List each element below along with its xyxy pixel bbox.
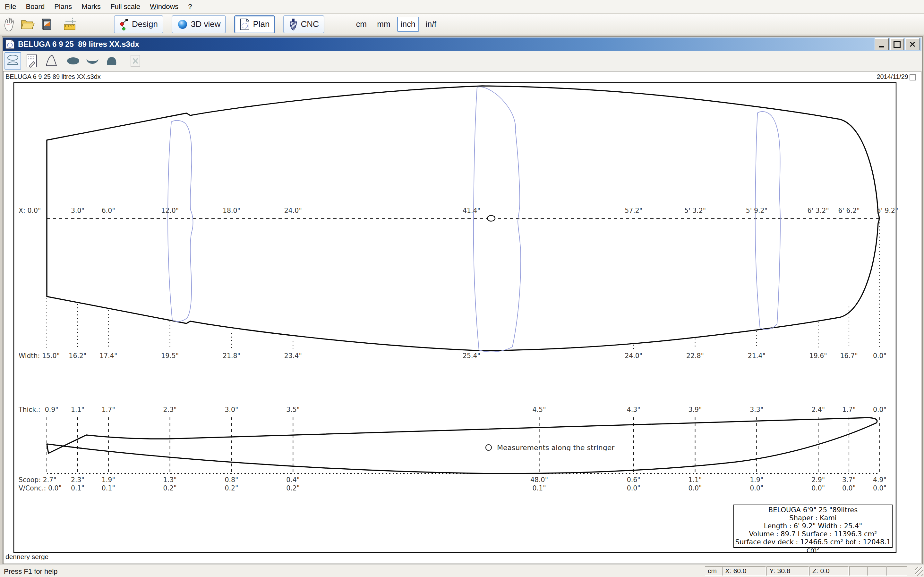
slice-curve-center[interactable] (473, 87, 521, 352)
board-window: BELUGA 6 9 25 89 litres XX.s3dx (2, 36, 923, 565)
cnc-button-label: CNC (300, 19, 318, 29)
menu-item-help[interactable]: ? (183, 3, 197, 11)
unit-inch[interactable]: inch (397, 17, 419, 32)
thickness-measurement: 1.7" (842, 406, 856, 414)
menu-item-board[interactable]: Board (21, 3, 49, 11)
width-measurement: 16.7" (840, 352, 858, 359)
width-measurement: 19.5" (161, 352, 179, 359)
vconc-measurement: 0.0" (688, 484, 702, 492)
slice-dome-icon[interactable] (103, 52, 120, 69)
slice-curve-12in[interactable] (168, 121, 193, 322)
maximize-button[interactable] (890, 38, 904, 50)
window-title-bar[interactable]: BELUGA 6 9 25 89 litres XX.s3dx (3, 37, 921, 51)
stringer-annotation: Measurements along the stringer (497, 444, 615, 452)
menu-item-marks[interactable]: Marks (77, 3, 105, 11)
vconc-measurement: 0.0" (627, 484, 640, 492)
profile-view-icon[interactable] (43, 52, 60, 69)
minimize-button[interactable] (875, 38, 889, 50)
vconc-measurement: 0.0" (873, 484, 887, 492)
save-book-icon[interactable] (38, 16, 55, 33)
menu-item-plans[interactable]: Plans (49, 3, 77, 11)
main-toolbar: Design 3D view Plan (0, 14, 924, 35)
board-outline-profile[interactable] (47, 418, 877, 474)
x-measurement: 24.0" (284, 207, 302, 214)
board-drawing[interactable]: Measurements along the stringer X: 0.0"3… (3, 71, 921, 561)
board-info-box: BELOUGA 6'9" 25 "89litres Shaper : Kami … (733, 504, 893, 548)
menu-bar: File Board Plans Marks Full scale Window… (0, 0, 924, 14)
x-measurement: 12.0" (161, 207, 179, 214)
outline-view-icon[interactable] (5, 52, 21, 69)
scoop-measurement: 48.0" (530, 476, 548, 484)
cnc-button[interactable]: CNC (283, 15, 324, 33)
plan-button-label: Plan (253, 19, 270, 29)
scoop-measurement: 1.3" (163, 476, 177, 484)
info-line-volume: Volume : 89.7 l Surface : 11396.3 cm² (734, 530, 892, 538)
menu-item-windows[interactable]: Windows (145, 3, 183, 11)
thickness-measurement: 3.0" (225, 406, 238, 414)
vconc-measurement: 0.0" (842, 484, 856, 492)
spec-sheet-icon[interactable] (24, 52, 40, 69)
width-measurement: 19.6" (809, 352, 827, 359)
thickness-measurement: 1.7" (102, 406, 115, 414)
author-name: dennery serge (5, 553, 48, 561)
stringer-marker-icon (486, 445, 491, 450)
vconc-measurement: 0.1" (71, 484, 84, 492)
slice-crescent-icon[interactable] (84, 52, 101, 69)
close-button[interactable] (905, 38, 919, 50)
vconc-measurement: 0.2" (225, 484, 238, 492)
thickness-measurement: 2.4" (811, 406, 825, 414)
plan-doc-icon (240, 18, 250, 31)
ruler-icon[interactable] (61, 16, 78, 33)
status-y-coord: Y: 30.8 (766, 566, 809, 576)
x-measurement: 6' 6.2" (838, 207, 859, 214)
x-measurement: 6' 3.2" (808, 207, 829, 214)
scoop-measurement: 2.3" (71, 476, 84, 484)
info-line-shaper: Shaper : Kami (734, 514, 892, 522)
x-measurement: 3.0" (71, 207, 84, 214)
document-area[interactable]: BELUGA 6 9 25 89 litres XX.s3dx 2014/11/… (3, 71, 921, 564)
scoop-measurement: 1.1" (688, 476, 702, 484)
resize-grip[interactable] (915, 567, 923, 576)
3d-view-button[interactable]: 3D view (172, 15, 226, 33)
scoop-measurement: 0.4" (286, 476, 300, 484)
thickness-measurement: 3.3" (750, 406, 763, 414)
thickness-measurement: Thick.: -0.9" (18, 406, 58, 414)
thickness-measurement: 4.3" (627, 406, 640, 414)
width-measurement: 16.2" (69, 352, 86, 359)
unit-cm[interactable]: cm (352, 17, 370, 32)
thickness-measurement: 3.9" (688, 406, 702, 414)
vconc-measurement: 0.0" (750, 484, 763, 492)
plan-button[interactable]: Plan (234, 15, 275, 33)
window-title: BELUGA 6 9 25 89 litres XX.s3dx (18, 40, 139, 49)
info-line-dims: Length : 6' 9.2" Width : 25.4" (734, 522, 892, 530)
close-icon (909, 41, 915, 47)
x-measurement: 41.4" (463, 207, 480, 214)
status-empty-cell (887, 566, 907, 576)
x-measurement: 6' 9.2" (877, 207, 898, 214)
wide-point-marker[interactable] (487, 215, 495, 221)
vconc-measurement: 0.0" (811, 484, 825, 492)
vconc-measurement: 0.1" (533, 484, 546, 492)
scoop-measurement: 0.8" (225, 476, 238, 484)
status-help-text: Press F1 for help (4, 567, 58, 576)
hand-tool-icon[interactable] (1, 16, 18, 33)
x-measurement: 5' 3.2" (684, 207, 706, 214)
scoop-measurement: Scoop: 2.7" (19, 476, 57, 484)
open-folder-icon[interactable] (19, 16, 36, 33)
scoop-measurement: 2.9" (811, 476, 825, 484)
slice-curve-nose[interactable] (755, 111, 780, 330)
vconc-measurement: 0.1" (102, 484, 115, 492)
width-measurement: 0.0" (873, 352, 887, 359)
minimize-icon (879, 46, 884, 47)
drawing-frame (14, 83, 896, 552)
thickness-measurement: 2.3" (163, 406, 177, 414)
design-button[interactable]: Design (114, 15, 163, 33)
slice-ellipse-icon[interactable] (65, 52, 81, 69)
unit-mm[interactable]: mm (373, 17, 394, 32)
menu-item-full-scale[interactable]: Full scale (105, 3, 145, 11)
unit-inf[interactable]: in/f (422, 17, 440, 32)
width-measurement: 24.0" (625, 352, 642, 359)
width-measurement: 21.4" (748, 352, 766, 359)
maximize-icon (893, 41, 901, 48)
menu-item-file[interactable]: File (0, 3, 21, 11)
